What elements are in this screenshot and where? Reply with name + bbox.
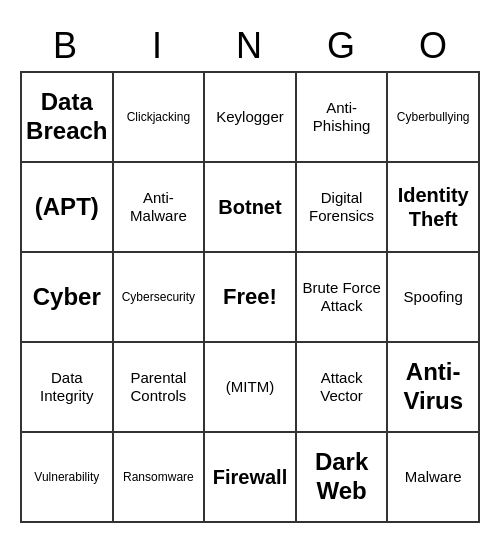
cell-0-0[interactable]: Data Breach xyxy=(22,73,114,163)
cell-0-4[interactable]: Cyberbullying xyxy=(388,73,480,163)
cell-text: Vulnerability xyxy=(34,470,99,484)
cell-text: Anti-Malware xyxy=(118,189,200,225)
header-g: G xyxy=(296,21,388,71)
cell-2-3[interactable]: Brute Force Attack xyxy=(297,253,389,343)
header-o: O xyxy=(388,21,480,71)
bingo-card: B I N G O Data BreachClickjackingKeylogg… xyxy=(20,21,480,523)
cell-4-4[interactable]: Malware xyxy=(388,433,480,523)
cell-text: Keylogger xyxy=(216,108,284,126)
cell-2-0[interactable]: Cyber xyxy=(22,253,114,343)
cell-1-3[interactable]: Digital Forensics xyxy=(297,163,389,253)
cell-text: Spoofing xyxy=(404,288,463,306)
cell-text: Data Breach xyxy=(26,88,108,146)
cell-text: Botnet xyxy=(218,195,281,219)
cell-4-2[interactable]: Firewall xyxy=(205,433,297,523)
cell-text: Data Integrity xyxy=(26,369,108,405)
cell-2-2[interactable]: Free! xyxy=(205,253,297,343)
cell-text: Anti-Phishing xyxy=(301,99,383,135)
cell-text: Anti-Virus xyxy=(392,358,474,416)
cell-text: (MITM) xyxy=(226,378,274,396)
cell-text: Cybersecurity xyxy=(122,290,195,304)
cell-text: (APT) xyxy=(35,193,99,222)
cell-text: Dark Web xyxy=(301,448,383,506)
cell-2-1[interactable]: Cybersecurity xyxy=(114,253,206,343)
cell-3-0[interactable]: Data Integrity xyxy=(22,343,114,433)
bingo-grid: Data BreachClickjackingKeyloggerAnti-Phi… xyxy=(20,71,480,523)
cell-4-1[interactable]: Ransomware xyxy=(114,433,206,523)
cell-1-1[interactable]: Anti-Malware xyxy=(114,163,206,253)
cell-4-3[interactable]: Dark Web xyxy=(297,433,389,523)
cell-text: Clickjacking xyxy=(127,110,190,124)
cell-text: Digital Forensics xyxy=(301,189,383,225)
cell-1-4[interactable]: Identity Theft xyxy=(388,163,480,253)
cell-0-3[interactable]: Anti-Phishing xyxy=(297,73,389,163)
cell-4-0[interactable]: Vulnerability xyxy=(22,433,114,523)
cell-text: Parental Controls xyxy=(118,369,200,405)
cell-text: Identity Theft xyxy=(392,183,474,231)
cell-2-4[interactable]: Spoofing xyxy=(388,253,480,343)
cell-text: Cyberbullying xyxy=(397,110,470,124)
cell-0-1[interactable]: Clickjacking xyxy=(114,73,206,163)
cell-1-0[interactable]: (APT) xyxy=(22,163,114,253)
cell-3-3[interactable]: Attack Vector xyxy=(297,343,389,433)
cell-text: Ransomware xyxy=(123,470,194,484)
cell-3-1[interactable]: Parental Controls xyxy=(114,343,206,433)
cell-text: Free! xyxy=(223,284,277,310)
header-b: B xyxy=(20,21,112,71)
cell-text: Cyber xyxy=(33,283,101,312)
cell-text: Firewall xyxy=(213,465,287,489)
cell-1-2[interactable]: Botnet xyxy=(205,163,297,253)
bingo-header: B I N G O xyxy=(20,21,480,71)
cell-0-2[interactable]: Keylogger xyxy=(205,73,297,163)
cell-text: Attack Vector xyxy=(301,369,383,405)
cell-3-4[interactable]: Anti-Virus xyxy=(388,343,480,433)
header-n: N xyxy=(204,21,296,71)
cell-text: Malware xyxy=(405,468,462,486)
cell-3-2[interactable]: (MITM) xyxy=(205,343,297,433)
cell-text: Brute Force Attack xyxy=(301,279,383,315)
header-i: I xyxy=(112,21,204,71)
